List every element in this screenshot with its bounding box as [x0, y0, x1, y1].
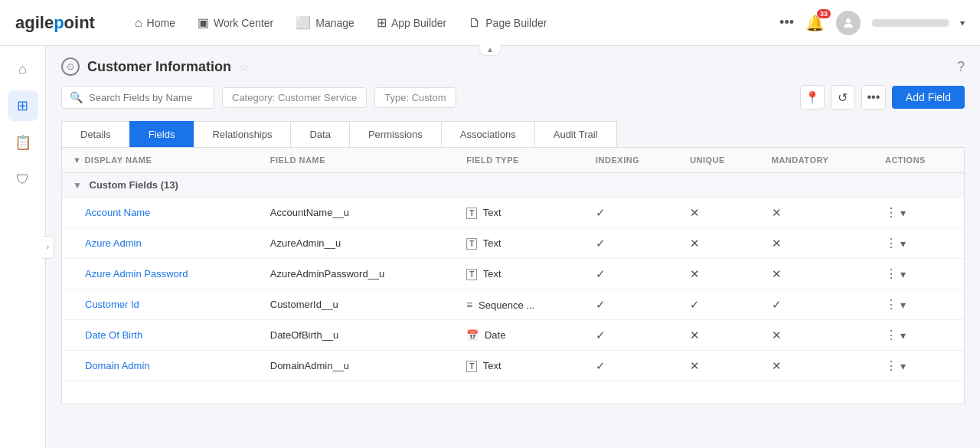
field-name-link[interactable]: Account Name	[85, 207, 150, 218]
unique-check: ✓	[690, 298, 700, 311]
table-row: Domain Admin DomainAdmin__u T Text ✓ ✕ ✕…	[62, 351, 964, 381]
more-options-button[interactable]: •••	[861, 85, 886, 110]
nav-more-button[interactable]: •••	[779, 15, 794, 31]
chevron-right-icon: ›	[47, 243, 49, 251]
field-type-cell: 📅 Date	[456, 320, 585, 351]
sidebar-item-shield[interactable]: 🛡	[8, 164, 38, 195]
chevron-up-icon: ▲	[486, 45, 494, 54]
field-name-link[interactable]: Domain Admin	[85, 360, 150, 371]
mandatory-cross: ✕	[772, 206, 782, 219]
row-more-button[interactable]: ⋮	[885, 358, 897, 373]
unique-cross: ✕	[690, 359, 700, 372]
tab-details[interactable]: Details	[61, 121, 130, 147]
table-row: Customer Id CustomerId__u ≡ Sequence ...…	[62, 289, 964, 320]
collapse-nav-button[interactable]: ▲	[479, 44, 501, 56]
document-sidebar-icon: 📋	[15, 134, 31, 151]
logo[interactable]: agilepoint	[15, 13, 95, 33]
col-field-type: FIELD TYPE	[456, 148, 585, 173]
row-expand-button[interactable]: ▾	[900, 268, 906, 280]
sidebar-expand-button[interactable]: ›	[42, 236, 54, 259]
col-indexing: INDEXING	[585, 148, 679, 173]
nav-item-manage[interactable]: ⬜ Manage	[286, 9, 364, 36]
content-area: ⊙ Customer Information ☆ ? 🔍 Category: C…	[46, 46, 980, 448]
sidebar-item-grid[interactable]: ⊞	[8, 90, 38, 121]
notifications-button[interactable]: 🔔 33	[805, 14, 825, 32]
indexing-cell: ✓	[585, 289, 679, 320]
toolbar: 🔍 Category: Customer Service Type: Custo…	[61, 85, 965, 110]
back-button[interactable]: ⊙	[61, 57, 80, 76]
refresh-button[interactable]: ↺	[831, 85, 855, 110]
table-header-row: ▼ DISPLAY NAME FIELD NAME FIELD TYPE IND…	[62, 148, 964, 173]
sidebar-item-document[interactable]: 📋	[8, 127, 38, 158]
row-expand-button[interactable]: ▾	[900, 237, 906, 250]
field-type-cell: T Text	[456, 198, 585, 228]
nav-item-app-builder[interactable]: ⊞ App Builder	[368, 9, 456, 36]
row-expand-button[interactable]: ▾	[900, 329, 906, 342]
app-builder-icon: ⊞	[377, 15, 387, 30]
mandatory-cross: ✕	[772, 267, 782, 280]
sequence-type-icon: ≡	[466, 299, 472, 311]
favorite-button[interactable]: ☆	[239, 60, 250, 74]
table-row: Account Name AccountName__u T Text ✓ ✕ ✕…	[62, 198, 964, 228]
row-more-button[interactable]: ⋮	[885, 297, 897, 312]
nav-item-home[interactable]: ⌂ Home	[126, 10, 185, 36]
nav-app-builder-label: App Builder	[391, 17, 446, 29]
table-group-row[interactable]: ▼ Custom Fields (13)	[62, 173, 964, 198]
actions-cell: ⋮ ▾	[874, 198, 964, 228]
mandatory-cell: ✕	[761, 228, 874, 259]
row-more-button[interactable]: ⋮	[885, 267, 897, 281]
field-name-link[interactable]: Azure Admin Password	[85, 268, 188, 280]
toolbar-right: 📍 ↺ ••• Add Field	[800, 85, 965, 110]
row-expand-button[interactable]: ▾	[900, 299, 906, 311]
text-type-icon: T	[466, 238, 477, 250]
add-field-button[interactable]: Add Field	[892, 86, 965, 109]
row-expand-button[interactable]: ▾	[900, 207, 906, 219]
row-more-button[interactable]: ⋮	[885, 236, 897, 250]
help-button[interactable]: ?	[957, 59, 965, 75]
date-type-icon: 📅	[466, 329, 479, 341]
field-name-link[interactable]: Azure Admin	[85, 237, 142, 249]
unique-cross: ✕	[690, 206, 700, 219]
sidebar-item-home[interactable]: ⌂	[8, 54, 38, 84]
text-type-icon: T	[466, 361, 477, 372]
tab-fields[interactable]: Fields	[129, 121, 194, 147]
row-expand-button[interactable]: ▾	[900, 360, 906, 372]
tab-associations[interactable]: Associations	[441, 121, 535, 147]
nav-home-label: Home	[147, 17, 175, 29]
user-menu-chevron[interactable]: ▾	[960, 18, 965, 28]
location-icon: 📍	[805, 90, 820, 105]
svg-point-0	[846, 18, 851, 23]
field-name-link[interactable]: Customer Id	[85, 299, 139, 310]
col-display-name[interactable]: ▼ DISPLAY NAME	[62, 148, 260, 173]
search-input[interactable]	[89, 92, 206, 103]
notification-badge: 33	[817, 9, 831, 18]
indexing-cell: ✓	[585, 228, 679, 259]
mandatory-cell: ✕	[761, 320, 874, 351]
tab-relationships[interactable]: Relationships	[193, 121, 291, 147]
page-header: ⊙ Customer Information ☆ ?	[61, 57, 965, 76]
indexing-check: ✓	[596, 359, 606, 372]
home-sidebar-icon: ⌂	[18, 61, 27, 77]
indexing-check: ✓	[596, 206, 606, 219]
unique-cell: ✓	[679, 289, 761, 320]
nav-item-work-center[interactable]: ▣ Work Center	[188, 9, 283, 36]
search-icon: 🔍	[70, 91, 83, 103]
nav-item-page-builder[interactable]: 🗋 Page Builder	[459, 10, 556, 36]
field-name-cell: AzureAdmin__u	[260, 228, 456, 259]
location-button[interactable]: 📍	[800, 85, 825, 110]
table-row: Azure Admin AzureAdmin__u T Text ✓ ✕ ✕ ⋮…	[62, 228, 964, 259]
tab-audit-trail[interactable]: Audit Trail	[534, 121, 617, 147]
avatar[interactable]	[836, 11, 861, 35]
row-more-button[interactable]: ⋮	[885, 328, 897, 342]
unique-cell: ✕	[679, 228, 761, 259]
tab-permissions[interactable]: Permissions	[349, 121, 442, 147]
field-name-cell: AzureAdminPassword__u	[260, 259, 456, 289]
nav-manage-label: Manage	[315, 17, 354, 29]
tab-data[interactable]: Data	[290, 121, 349, 147]
unique-cell: ✕	[679, 320, 761, 351]
field-name-link[interactable]: Date Of Birth	[85, 329, 142, 341]
actions-cell: ⋮ ▾	[874, 259, 964, 289]
row-more-button[interactable]: ⋮	[885, 205, 897, 220]
back-icon: ⊙	[67, 61, 74, 72]
indexing-check: ✓	[596, 298, 606, 311]
